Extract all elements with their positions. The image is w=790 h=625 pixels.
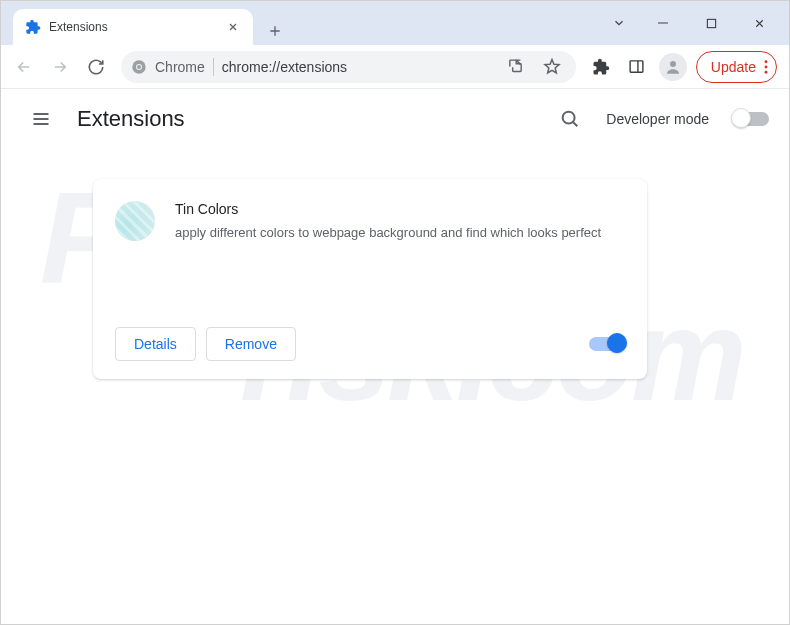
update-label: Update [711, 59, 756, 75]
extensions-list: Tin Colors apply different colors to web… [1, 149, 789, 379]
extension-name: Tin Colors [175, 201, 625, 217]
tab-search-button[interactable] [601, 7, 637, 39]
extension-card: Tin Colors apply different colors to web… [93, 179, 647, 379]
extension-description: apply different colors to webpage backgr… [175, 223, 625, 243]
tab-strip: Extensions [1, 1, 601, 45]
titlebar: Extensions [1, 1, 789, 45]
browser-tab[interactable]: Extensions [13, 9, 253, 45]
toggle-knob [607, 333, 627, 353]
update-button[interactable]: Update [696, 51, 777, 83]
forward-button[interactable] [43, 50, 77, 84]
minimize-button[interactable] [641, 7, 685, 39]
svg-point-8 [765, 60, 768, 63]
omnibox[interactable]: Chrome chrome://extensions [121, 51, 576, 83]
back-button[interactable] [7, 50, 41, 84]
extension-enable-toggle[interactable] [589, 337, 625, 351]
details-button[interactable]: Details [115, 327, 196, 361]
search-button[interactable] [550, 99, 590, 139]
svg-point-4 [137, 65, 141, 69]
svg-point-7 [670, 61, 676, 67]
svg-rect-0 [658, 23, 668, 24]
profile-button[interactable] [656, 50, 690, 84]
omnibox-url: chrome://extensions [222, 59, 494, 75]
maximize-button[interactable] [689, 7, 733, 39]
bookmark-button[interactable] [538, 53, 566, 81]
svg-point-11 [563, 112, 575, 124]
side-panel-button[interactable] [620, 50, 654, 84]
share-button[interactable] [502, 53, 530, 81]
content-area: PC risk.com Extensions Developer mode [1, 89, 789, 624]
chrome-icon [131, 59, 147, 75]
extensions-header: Extensions Developer mode [1, 89, 789, 149]
omnibox-prefix: Chrome [155, 59, 205, 75]
close-window-button[interactable] [737, 7, 781, 39]
svg-rect-5 [630, 61, 643, 72]
puzzle-icon [25, 19, 41, 35]
tab-title: Extensions [49, 20, 217, 34]
toggle-knob [731, 108, 751, 128]
svg-point-10 [765, 70, 768, 73]
window-controls [601, 7, 789, 39]
new-tab-button[interactable] [261, 17, 289, 45]
extensions-button[interactable] [584, 50, 618, 84]
omnibox-divider [213, 58, 214, 76]
svg-rect-1 [707, 19, 715, 27]
page-title: Extensions [77, 106, 534, 132]
svg-point-9 [765, 65, 768, 68]
remove-button[interactable]: Remove [206, 327, 296, 361]
toolbar: Chrome chrome://extensions Update [1, 45, 789, 89]
reload-button[interactable] [79, 50, 113, 84]
developer-mode-label: Developer mode [606, 111, 709, 127]
close-tab-button[interactable] [225, 19, 241, 35]
extension-icon [115, 201, 155, 241]
menu-icon [764, 60, 768, 74]
developer-mode-toggle[interactable] [733, 112, 769, 126]
hamburger-menu-button[interactable] [21, 99, 61, 139]
